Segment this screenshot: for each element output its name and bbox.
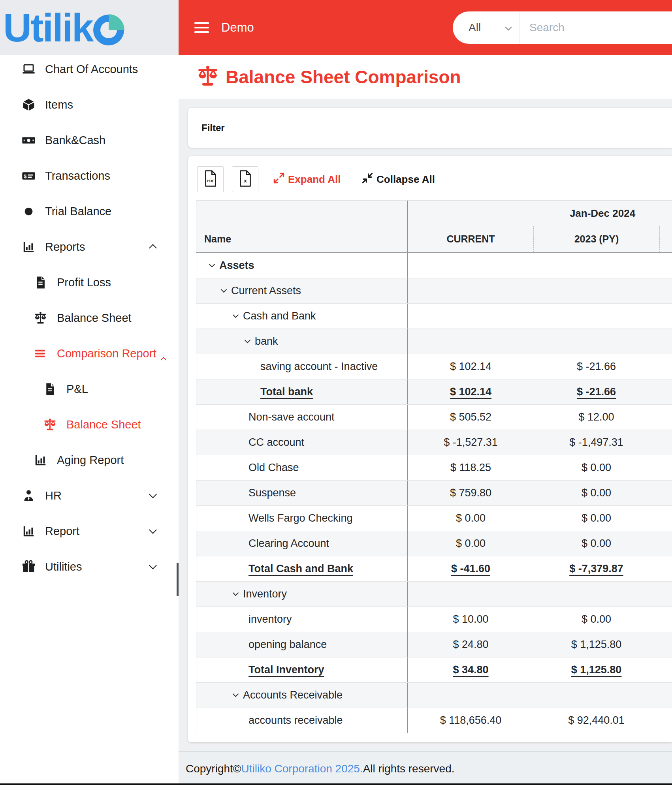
- sidebar-item-label: Reports: [45, 240, 85, 254]
- row-name-cell[interactable]: Cash and Bank: [196, 304, 408, 329]
- footer: Copyright© Utiliko Corporation 2025. All…: [179, 751, 672, 785]
- sidebar-item-items[interactable]: Items: [0, 87, 179, 122]
- table-row[interactable]: Cash and Bank: [196, 304, 672, 329]
- expand-all-button[interactable]: Expand All: [272, 166, 341, 192]
- row-name-cell[interactable]: Assets: [196, 253, 408, 278]
- table-row[interactable]: bank: [196, 329, 672, 354]
- collapse-all-button[interactable]: Collapse All: [361, 166, 435, 192]
- sidebar-item-comparison-report[interactable]: Comparison Report: [0, 336, 179, 371]
- row-stub: [659, 455, 672, 480]
- copyright-suffix: All rights reserved.: [363, 762, 455, 775]
- chevron-up-icon: [149, 244, 157, 252]
- sidebar-item-label: Transactions: [45, 169, 110, 182]
- sidebar-item-report[interactable]: Report: [0, 513, 179, 549]
- chevron-down-icon: [149, 562, 157, 569]
- chevron-down-icon[interactable]: [233, 590, 239, 596]
- account-name: inventory: [248, 613, 292, 625]
- row-stub: [659, 481, 672, 505]
- value-current: $ 24.80: [408, 632, 533, 657]
- row-name-cell: Total bank: [196, 379, 408, 404]
- top-header-bar: Demo All: [179, 0, 672, 55]
- table-row: Clearing Account$ 0.00$ 0.00: [196, 531, 672, 556]
- sidebar-item-label: HR: [45, 489, 62, 502]
- table-row: Old Chase$ 118.25$ 0.00: [196, 455, 672, 481]
- account-name: Old Chase: [248, 462, 299, 474]
- export-excel-button[interactable]: x: [232, 166, 258, 192]
- sidebar-item-utilities[interactable]: Utilities: [0, 549, 179, 584]
- file-excel-icon: x: [239, 170, 252, 189]
- value-2023-py: $ 0.00: [533, 531, 659, 556]
- account-name: Cash and Bank: [243, 310, 316, 322]
- table-row: accounts receivable$ 118,656.40$ 92,440.…: [196, 708, 672, 733]
- row-name-cell: CC account: [196, 430, 408, 455]
- balance-scale-icon: [196, 64, 220, 90]
- table-row: Total Inventory$ 34.80$ 1,125.80: [196, 657, 672, 683]
- row-stub: [659, 708, 672, 733]
- value-2023-py: $ 0.00: [533, 607, 659, 632]
- sidebar-item-chart-of-accounts[interactable]: Chart Of Accounts: [0, 55, 179, 87]
- value-current: $ 0.00: [408, 531, 533, 556]
- hamburger-menu-icon[interactable]: [194, 19, 209, 37]
- company-name: Demo: [221, 0, 254, 55]
- gear-icon: [21, 594, 36, 596]
- row-name-cell: Old Chase: [196, 455, 408, 480]
- chevron-down-icon[interactable]: [233, 691, 239, 697]
- collapse-all-label: Collapse All: [376, 173, 435, 186]
- value-2023-py: [533, 278, 659, 303]
- sidebar-item-label: Balance Sheet: [66, 418, 141, 431]
- file-icon: [42, 381, 58, 397]
- row-name-cell[interactable]: Current Assets: [196, 278, 408, 303]
- sidebar-item-balance-sheet[interactable]: Balance Sheet: [0, 407, 179, 442]
- sidebar-item-settings[interactable]: Settings: [0, 584, 179, 596]
- search-category-select[interactable]: All: [453, 11, 520, 44]
- row-name-cell: Non-save account: [196, 405, 408, 430]
- row-name-cell[interactable]: Accounts Receivable: [196, 683, 408, 708]
- sidebar-item-trial-balance[interactable]: Trial Balance: [0, 193, 179, 229]
- search-input[interactable]: [520, 11, 672, 44]
- row-name-cell[interactable]: Inventory: [196, 582, 408, 607]
- sidebar-item-bank-cash[interactable]: Bank&Cash: [0, 122, 179, 158]
- app-logo[interactable]: Utilik: [0, 0, 179, 55]
- sidebar-item-transactions[interactable]: $Transactions: [0, 158, 179, 193]
- chevron-down-icon[interactable]: [245, 337, 251, 343]
- table-row[interactable]: Inventory: [196, 582, 672, 607]
- filter-panel[interactable]: Filter: [188, 108, 672, 148]
- table-row[interactable]: Assets: [196, 253, 672, 278]
- value-current: $ -41.60: [408, 556, 533, 581]
- chevron-down-icon: [505, 24, 512, 31]
- row-stub: [659, 683, 672, 708]
- account-name: Current Assets: [231, 285, 301, 297]
- value-2023-py: $ -21.66: [533, 354, 659, 379]
- logo-text: Utilik: [3, 8, 92, 47]
- chevron-down-icon[interactable]: [209, 261, 215, 267]
- value-current: $ 118.25: [408, 455, 533, 480]
- footer-link[interactable]: Utiliko Corporation 2025.: [241, 762, 363, 775]
- table-row[interactable]: Current Assets: [196, 278, 672, 304]
- table-row: CC account$ -1,527.31$ -1,497.31: [196, 430, 672, 455]
- value-current: $ 10.00: [408, 607, 533, 632]
- row-stub: [659, 253, 672, 278]
- sidebar-item-balance-sheet[interactable]: Balance Sheet: [0, 300, 179, 336]
- table-row[interactable]: Accounts Receivable: [196, 683, 672, 708]
- table-row: saving account - Inactive$ 102.14$ -21.6…: [196, 354, 672, 379]
- title-strip: Balance Sheet Comparison: [179, 55, 672, 99]
- sidebar-item-p-l[interactable]: P&L: [0, 371, 179, 407]
- sidebar-item-profit-loss[interactable]: Profit Loss: [0, 265, 179, 300]
- copyright-prefix: Copyright©: [186, 762, 241, 775]
- value-current: [408, 304, 533, 329]
- table-row: inventory$ 10.00$ 0.00: [196, 607, 672, 632]
- sidebar-item-hr[interactable]: HR: [0, 478, 179, 513]
- row-name-cell[interactable]: bank: [196, 329, 408, 354]
- sidebar-item-aging-report[interactable]: Aging Report: [0, 442, 179, 478]
- svg-text:x: x: [244, 178, 247, 184]
- account-name: Clearing Account: [248, 537, 329, 550]
- laptop-icon: [21, 61, 36, 77]
- export-pdf-button[interactable]: PDF: [197, 166, 224, 192]
- account-name: CC account: [248, 436, 304, 449]
- sidebar-item-reports[interactable]: Reports: [0, 229, 179, 265]
- account-name: opening balance: [248, 639, 327, 651]
- chevron-down-icon[interactable]: [233, 312, 239, 318]
- row-stub: [659, 278, 672, 303]
- chevron-down-icon[interactable]: [221, 286, 227, 293]
- row-name-cell: accounts receivable: [196, 708, 408, 733]
